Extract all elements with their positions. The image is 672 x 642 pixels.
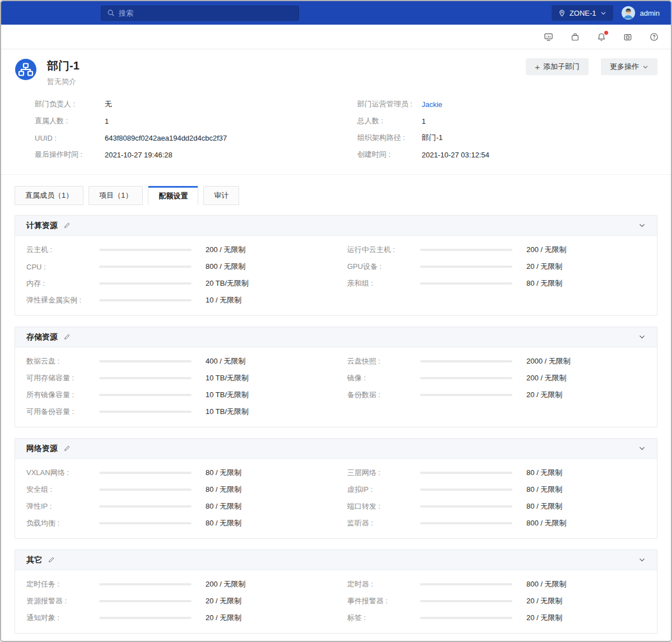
quota-section: 网络资源 VXLAN网络 : 80 / 无限制 安全组 : 80 / 无限制 弹…: [15, 438, 657, 539]
tab-直属成员（1）[interactable]: 直属成员（1）: [15, 186, 83, 205]
quota-value: 200 / 无限制: [199, 579, 325, 589]
quota-section-title: 存储资源: [26, 332, 58, 342]
quota-label: 标签 :: [347, 613, 420, 623]
monitor-icon[interactable]: [544, 32, 553, 41]
tab-审计[interactable]: 审计: [203, 186, 239, 205]
quota-section-title: 网络资源: [26, 444, 58, 454]
quota-value: 80 / 无限制: [520, 468, 646, 478]
avatar: [621, 6, 636, 20]
quota-section: 计算资源 云主机 : 200 / 无限制 CPU : 800 / 无限制 内存 …: [15, 215, 657, 316]
quota-column-right: 三层网络 : 80 / 无限制 虚拟IP : 80 / 无限制 端口转发 : 8…: [347, 464, 646, 532]
quota-value: 80 / 无限制: [199, 501, 325, 511]
username: admin: [640, 9, 660, 17]
quota-progress-bar: [99, 394, 192, 396]
tab-label: 审计: [214, 190, 228, 201]
info-value: 2021-10-27 19:46:28: [105, 151, 172, 159]
quota-row: 事件报警器 : 20 / 无限制: [347, 593, 646, 610]
quota-section-header: 其它: [15, 550, 657, 570]
edit-pencil-icon[interactable]: [48, 556, 55, 564]
quota-value: 400 / 无限制: [199, 356, 325, 366]
search-icon: [107, 9, 115, 17]
info-label: 组织架构路径 :: [357, 133, 422, 143]
chevron-down-icon[interactable]: [638, 556, 646, 564]
secondary-toolbar: [1, 25, 671, 49]
quota-label: 镜像 :: [347, 373, 420, 383]
search-input[interactable]: [119, 9, 293, 17]
edit-pencil-icon[interactable]: [63, 222, 71, 229]
quota-label: CPU :: [26, 263, 99, 271]
quota-column-right: 运行中云主机 : 200 / 无限制 GPU设备 : 20 / 无限制 亲和组 …: [347, 241, 646, 309]
page-title: 部门-1: [47, 58, 80, 73]
quota-column-left: 云主机 : 200 / 无限制 CPU : 800 / 无限制 内存 : 20 …: [26, 241, 325, 309]
quota-label: 弹性裸金属实例 :: [26, 295, 99, 305]
briefcase-icon[interactable]: [571, 32, 580, 41]
info-column-right: 部门运营管理员 : Jackie 总人数 : 1 组织架构路径 : 部门-1 创…: [357, 96, 657, 163]
edit-pencil-icon[interactable]: [63, 333, 71, 341]
info-row: 总人数 : 1: [357, 113, 657, 129]
quota-value: 80 / 无限制: [199, 518, 325, 528]
quota-progress-bar: [99, 522, 192, 524]
chevron-down-icon[interactable]: [638, 445, 646, 452]
help-icon[interactable]: [650, 32, 659, 41]
quota-progress-bar: [99, 472, 192, 474]
location-pin-icon: [558, 10, 566, 17]
quota-row: 所有镜像容量 : 10 TB/无限制: [26, 387, 325, 403]
quota-value: 20 / 无限制: [520, 596, 646, 606]
tab-项目（1）[interactable]: 项目（1）: [88, 186, 143, 205]
quota-row: 标签 : 20 / 无限制: [347, 610, 646, 626]
quota-column-left: 数据云盘 : 400 / 无限制 可用存储容量 : 10 TB/无限制 所有镜像…: [26, 353, 325, 420]
chevron-down-icon: [642, 64, 648, 70]
quota-progress-bar: [420, 472, 512, 474]
quota-value: 20 / 无限制: [199, 596, 325, 606]
quota-value: 2000 / 无限制: [520, 356, 646, 366]
quota-value: 80 / 无限制: [199, 485, 325, 495]
edit-pencil-icon[interactable]: [63, 445, 71, 452]
quota-row: GPU设备 : 20 / 无限制: [347, 258, 646, 275]
quota-value: 200 / 无限制: [199, 245, 325, 255]
quota-label: 端口转发 :: [347, 501, 420, 511]
quota-row: VXLAN网络 : 80 / 无限制: [26, 464, 325, 481]
quota-value: 80 / 无限制: [520, 278, 646, 289]
quota-label: 可用备份容量 :: [26, 407, 99, 417]
quota-label: 三层网络 :: [347, 468, 420, 478]
quota-label: 运行中云主机 :: [347, 245, 420, 255]
global-search[interactable]: [101, 6, 299, 21]
quota-label: GPU设备 :: [347, 262, 420, 272]
info-label: 部门运营管理员 :: [357, 99, 422, 109]
chevron-down-icon[interactable]: [638, 222, 646, 229]
quota-value: 20 / 无限制: [199, 613, 325, 623]
quota-label: 虚拟IP :: [347, 485, 420, 495]
add-sub-department-button[interactable]: + 添加子部门: [526, 58, 589, 75]
quota-value: 20 TB/无限制: [199, 278, 325, 289]
quota-label: 亲和组 :: [347, 278, 420, 289]
info-value-link[interactable]: Jackie: [422, 100, 442, 109]
quota-value: 10 TB/无限制: [199, 407, 325, 417]
tab-label: 配额设置: [158, 191, 188, 201]
plus-icon: +: [535, 62, 540, 72]
quota-label: 负载均衡 :: [26, 518, 99, 528]
quota-row: 通知对象 : 20 / 无限制: [26, 610, 325, 626]
quota-progress-bar: [420, 377, 512, 379]
quota-section: 存储资源 数据云盘 : 400 / 无限制 可用存储容量 : 10 TB/无限制…: [15, 327, 657, 427]
quota-progress-bar: [99, 489, 192, 491]
quota-progress-bar: [99, 583, 192, 585]
more-actions-button[interactable]: 更多操作: [601, 58, 657, 75]
info-label: 总人数 :: [357, 116, 422, 126]
zone-selector[interactable]: ZONE-1: [552, 5, 613, 21]
quota-value: 80 / 无限制: [520, 485, 646, 495]
quota-progress-bar: [99, 377, 192, 379]
notification-bell-icon[interactable]: [597, 32, 606, 41]
quota-label: 备份数据 :: [347, 390, 420, 400]
user-menu[interactable]: admin: [621, 6, 660, 20]
quota-label: 通知对象 :: [26, 613, 99, 623]
info-row: UUID : 643f8089cf0242aea194dd2d4cbc2f37: [35, 129, 335, 146]
quota-label: 云盘快照 :: [347, 356, 420, 366]
quota-column-right: 云盘快照 : 2000 / 无限制 镜像 : 200 / 无限制 备份数据 : …: [347, 353, 646, 420]
camera-timer-icon[interactable]: [623, 32, 632, 41]
quota-value: 20 / 无限制: [520, 613, 646, 623]
tab-配额设置[interactable]: 配额设置: [148, 186, 198, 205]
chevron-down-icon[interactable]: [638, 333, 646, 341]
quota-row: 数据云盘 : 400 / 无限制: [26, 353, 325, 370]
quota-progress-bar: [99, 617, 192, 619]
info-row: 创建时间 : 2021-10-27 03:12:54: [357, 146, 657, 163]
